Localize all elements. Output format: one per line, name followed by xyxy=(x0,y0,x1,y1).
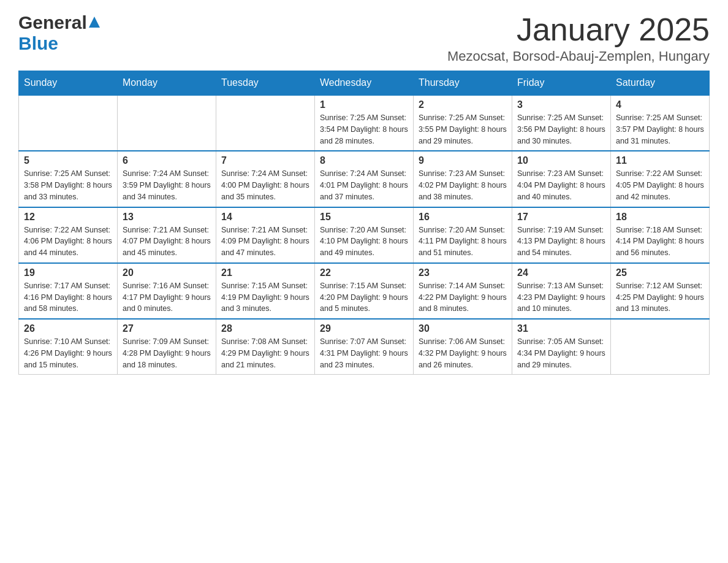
calendar-cell: 1Sunrise: 7:25 AM Sunset: 3:54 PM Daylig… xyxy=(315,95,414,151)
weekday-header-row: SundayMondayTuesdayWednesdayThursdayFrid… xyxy=(19,71,710,96)
day-number: 27 xyxy=(123,323,211,334)
day-number: 2 xyxy=(419,99,507,110)
logo-triangle-icon xyxy=(89,17,100,30)
week-row-5: 26Sunrise: 7:10 AM Sunset: 4:26 PM Dayli… xyxy=(19,319,710,375)
day-info: Sunrise: 7:24 AM Sunset: 3:59 PM Dayligh… xyxy=(123,168,211,202)
calendar-cell: 21Sunrise: 7:15 AM Sunset: 4:19 PM Dayli… xyxy=(216,263,315,319)
logo-blue-text: Blue xyxy=(18,33,58,53)
calendar-table: SundayMondayTuesdayWednesdayThursdayFrid… xyxy=(18,71,710,375)
day-number: 22 xyxy=(320,267,408,278)
calendar-cell: 12Sunrise: 7:22 AM Sunset: 4:06 PM Dayli… xyxy=(19,207,118,263)
day-number: 5 xyxy=(24,155,112,166)
calendar-cell: 22Sunrise: 7:15 AM Sunset: 4:20 PM Dayli… xyxy=(315,263,414,319)
calendar-cell xyxy=(19,95,118,151)
calendar-cell: 17Sunrise: 7:19 AM Sunset: 4:13 PM Dayli… xyxy=(512,207,611,263)
day-number: 11 xyxy=(616,155,704,166)
calendar-cell: 26Sunrise: 7:10 AM Sunset: 4:26 PM Dayli… xyxy=(19,319,118,375)
calendar-cell: 2Sunrise: 7:25 AM Sunset: 3:55 PM Daylig… xyxy=(414,95,512,151)
day-info: Sunrise: 7:23 AM Sunset: 4:02 PM Dayligh… xyxy=(419,168,507,202)
location-title: Mezocsat, Borsod-Abauj-Zemplen, Hungary xyxy=(447,48,710,64)
calendar-cell: 29Sunrise: 7:07 AM Sunset: 4:31 PM Dayli… xyxy=(315,319,414,375)
day-number: 17 xyxy=(517,212,605,223)
day-number: 14 xyxy=(221,212,309,223)
day-number: 16 xyxy=(419,212,507,223)
day-number: 18 xyxy=(616,212,704,223)
day-info: Sunrise: 7:15 AM Sunset: 4:20 PM Dayligh… xyxy=(320,280,408,315)
day-info: Sunrise: 7:24 AM Sunset: 4:00 PM Dayligh… xyxy=(221,168,309,202)
day-info: Sunrise: 7:10 AM Sunset: 4:26 PM Dayligh… xyxy=(24,336,112,370)
day-info: Sunrise: 7:25 AM Sunset: 3:57 PM Dayligh… xyxy=(616,112,704,147)
calendar-cell: 5Sunrise: 7:25 AM Sunset: 3:58 PM Daylig… xyxy=(19,151,118,207)
week-row-3: 12Sunrise: 7:22 AM Sunset: 4:06 PM Dayli… xyxy=(19,207,710,263)
calendar-cell: 30Sunrise: 7:06 AM Sunset: 4:32 PM Dayli… xyxy=(414,319,512,375)
calendar-cell: 19Sunrise: 7:17 AM Sunset: 4:16 PM Dayli… xyxy=(19,263,118,319)
month-title: January 2025 xyxy=(447,12,710,47)
calendar-cell: 25Sunrise: 7:12 AM Sunset: 4:25 PM Dayli… xyxy=(611,263,710,319)
day-info: Sunrise: 7:21 AM Sunset: 4:09 PM Dayligh… xyxy=(221,224,309,259)
calendar-cell xyxy=(216,95,315,151)
day-number: 1 xyxy=(320,99,408,110)
day-info: Sunrise: 7:25 AM Sunset: 3:55 PM Dayligh… xyxy=(419,112,507,147)
day-info: Sunrise: 7:09 AM Sunset: 4:28 PM Dayligh… xyxy=(123,336,211,370)
day-info: Sunrise: 7:21 AM Sunset: 4:07 PM Dayligh… xyxy=(123,224,211,259)
day-info: Sunrise: 7:24 AM Sunset: 4:01 PM Dayligh… xyxy=(320,168,408,202)
day-info: Sunrise: 7:17 AM Sunset: 4:16 PM Dayligh… xyxy=(24,280,112,315)
weekday-header-wednesday: Wednesday xyxy=(315,71,414,96)
day-number: 31 xyxy=(517,323,605,334)
calendar-cell: 7Sunrise: 7:24 AM Sunset: 4:00 PM Daylig… xyxy=(216,151,315,207)
weekday-header-sunday: Sunday xyxy=(19,71,118,96)
week-row-1: 1Sunrise: 7:25 AM Sunset: 3:54 PM Daylig… xyxy=(19,95,710,151)
calendar-cell: 3Sunrise: 7:25 AM Sunset: 3:56 PM Daylig… xyxy=(512,95,611,151)
calendar-cell: 16Sunrise: 7:20 AM Sunset: 4:11 PM Dayli… xyxy=(414,207,512,263)
calendar-cell: 8Sunrise: 7:24 AM Sunset: 4:01 PM Daylig… xyxy=(315,151,414,207)
day-info: Sunrise: 7:12 AM Sunset: 4:25 PM Dayligh… xyxy=(616,280,704,315)
day-number: 25 xyxy=(616,267,704,278)
title-area: January 2025 Mezocsat, Borsod-Abauj-Zemp… xyxy=(447,12,710,64)
day-number: 30 xyxy=(419,323,507,334)
day-info: Sunrise: 7:13 AM Sunset: 4:23 PM Dayligh… xyxy=(517,280,605,315)
day-info: Sunrise: 7:25 AM Sunset: 3:56 PM Dayligh… xyxy=(517,112,605,147)
weekday-header-friday: Friday xyxy=(512,71,611,96)
week-row-4: 19Sunrise: 7:17 AM Sunset: 4:16 PM Dayli… xyxy=(19,263,710,319)
day-number: 10 xyxy=(517,155,605,166)
calendar-cell: 18Sunrise: 7:18 AM Sunset: 4:14 PM Dayli… xyxy=(611,207,710,263)
calendar-cell: 10Sunrise: 7:23 AM Sunset: 4:04 PM Dayli… xyxy=(512,151,611,207)
day-info: Sunrise: 7:22 AM Sunset: 4:06 PM Dayligh… xyxy=(24,224,112,259)
header: General Blue January 2025 Mezocsat, Bors… xyxy=(18,12,710,64)
calendar-cell: 9Sunrise: 7:23 AM Sunset: 4:02 PM Daylig… xyxy=(414,151,512,207)
calendar-cell: 13Sunrise: 7:21 AM Sunset: 4:07 PM Dayli… xyxy=(118,207,216,263)
day-number: 9 xyxy=(419,155,507,166)
day-number: 15 xyxy=(320,212,408,223)
day-number: 3 xyxy=(517,99,605,110)
calendar-cell: 11Sunrise: 7:22 AM Sunset: 4:05 PM Dayli… xyxy=(611,151,710,207)
calendar-cell: 6Sunrise: 7:24 AM Sunset: 3:59 PM Daylig… xyxy=(118,151,216,207)
calendar-cell xyxy=(118,95,216,151)
day-info: Sunrise: 7:16 AM Sunset: 4:17 PM Dayligh… xyxy=(123,280,211,315)
day-number: 24 xyxy=(517,267,605,278)
day-info: Sunrise: 7:18 AM Sunset: 4:14 PM Dayligh… xyxy=(616,224,704,259)
calendar-cell: 27Sunrise: 7:09 AM Sunset: 4:28 PM Dayli… xyxy=(118,319,216,375)
calendar-cell: 24Sunrise: 7:13 AM Sunset: 4:23 PM Dayli… xyxy=(512,263,611,319)
calendar-cell: 28Sunrise: 7:08 AM Sunset: 4:29 PM Dayli… xyxy=(216,319,315,375)
day-info: Sunrise: 7:25 AM Sunset: 3:58 PM Dayligh… xyxy=(24,168,112,202)
day-info: Sunrise: 7:19 AM Sunset: 4:13 PM Dayligh… xyxy=(517,224,605,259)
day-number: 4 xyxy=(616,99,704,110)
day-info: Sunrise: 7:25 AM Sunset: 3:54 PM Dayligh… xyxy=(320,112,408,147)
day-number: 26 xyxy=(24,323,112,334)
calendar-cell: 15Sunrise: 7:20 AM Sunset: 4:10 PM Dayli… xyxy=(315,207,414,263)
day-number: 28 xyxy=(221,323,309,334)
calendar-cell: 14Sunrise: 7:21 AM Sunset: 4:09 PM Dayli… xyxy=(216,207,315,263)
day-info: Sunrise: 7:22 AM Sunset: 4:05 PM Dayligh… xyxy=(616,168,704,202)
calendar-cell: 20Sunrise: 7:16 AM Sunset: 4:17 PM Dayli… xyxy=(118,263,216,319)
day-number: 7 xyxy=(221,155,309,166)
calendar-cell: 31Sunrise: 7:05 AM Sunset: 4:34 PM Dayli… xyxy=(512,319,611,375)
logo: General Blue xyxy=(18,12,100,54)
day-number: 8 xyxy=(320,155,408,166)
day-number: 29 xyxy=(320,323,408,334)
day-info: Sunrise: 7:20 AM Sunset: 4:11 PM Dayligh… xyxy=(419,224,507,259)
day-number: 19 xyxy=(24,267,112,278)
svg-marker-0 xyxy=(89,17,100,28)
weekday-header-saturday: Saturday xyxy=(611,71,710,96)
day-number: 23 xyxy=(419,267,507,278)
day-info: Sunrise: 7:14 AM Sunset: 4:22 PM Dayligh… xyxy=(419,280,507,315)
